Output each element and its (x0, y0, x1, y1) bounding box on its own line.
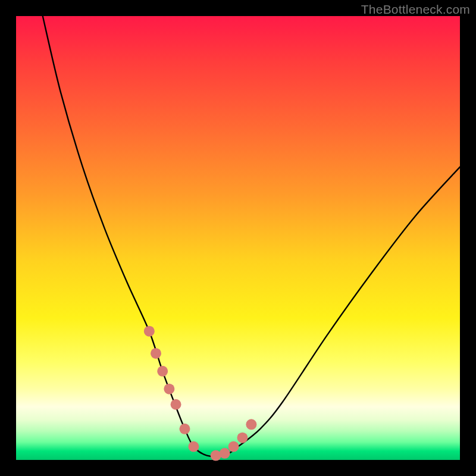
marker-dot (151, 348, 161, 359)
marker-dot (237, 433, 248, 443)
bottleneck-curve (43, 16, 460, 456)
marker-dot (144, 326, 155, 337)
marker-dot (179, 424, 190, 434)
watermark-text: TheBottleneck.com (361, 2, 470, 17)
marker-dot (188, 441, 199, 452)
marker-dot (171, 399, 181, 410)
chart-frame: TheBottleneck.com (0, 0, 476, 476)
marker-dot (228, 441, 239, 452)
marker-dot (157, 366, 168, 377)
marker-dot (164, 384, 174, 394)
highlight-markers (144, 326, 257, 461)
chart-svg (16, 16, 460, 460)
marker-dot (246, 419, 256, 430)
chart-plot-area (16, 16, 460, 460)
marker-dot (220, 448, 230, 459)
